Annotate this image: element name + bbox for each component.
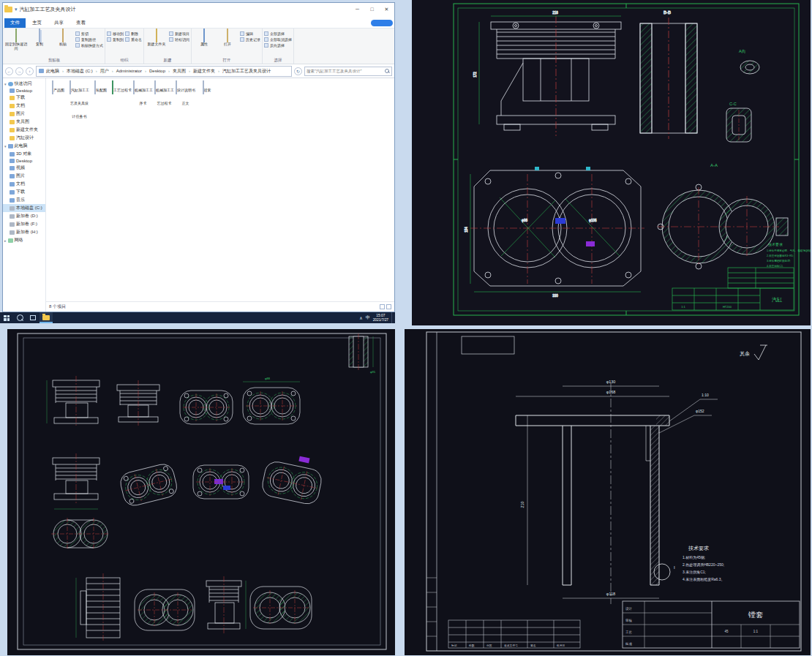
- rename-icon: [125, 37, 129, 42]
- crumb-fixture[interactable]: 夹具图: [172, 68, 187, 75]
- sidebar-item-videos[interactable]: 视频: [3, 164, 45, 172]
- back-button[interactable]: ←: [5, 67, 13, 75]
- roughness-label: 其余: [740, 351, 750, 357]
- copy-button[interactable]: 复制: [29, 29, 50, 47]
- search-button[interactable]: [13, 312, 26, 323]
- file-item[interactable]: 机械加工工艺过程卡: [154, 81, 175, 108]
- easy-access-button[interactable]: 轻松访问: [169, 37, 189, 42]
- details-view-icon[interactable]: [380, 304, 385, 309]
- new-item-button[interactable]: 新建项目: [169, 31, 189, 37]
- edit-button[interactable]: 编辑: [240, 31, 260, 37]
- crumb-users[interactable]: 用户: [99, 68, 110, 75]
- ribbon-group-new: 新建文件夹 新建项目 轻松访问 新建: [144, 29, 192, 64]
- sidebar-item-pictures[interactable]: 图片: [3, 110, 45, 118]
- paste-shortcut-button[interactable]: 粘贴快捷方式: [75, 42, 103, 48]
- chevron-right-icon: [168, 69, 170, 73]
- file-item[interactable]: 镗套: [196, 81, 217, 94]
- sidebar-item-disk-h[interactable]: 新加卷 (H:): [3, 228, 45, 236]
- new-folder-button[interactable]: 新建文件夹: [146, 29, 168, 47]
- ime-indicator[interactable]: 中: [366, 314, 370, 321]
- notes-title: 技术要求: [768, 242, 783, 247]
- dim-label: 330: [552, 294, 558, 298]
- thumbnails-view-icon[interactable]: [386, 304, 391, 309]
- sidebar-section-network[interactable]: ▸网络: [3, 236, 45, 244]
- part-name: 汽缸: [772, 297, 782, 303]
- delete-button[interactable]: 删除: [125, 31, 142, 37]
- folder-icon: [10, 128, 15, 132]
- group-caption-open: 打开: [193, 56, 260, 64]
- sidebar-item-downloads[interactable]: 下载: [3, 94, 45, 102]
- search-input[interactable]: [305, 69, 385, 73]
- sidebar-item-disk-d[interactable]: 新加卷 (D:): [3, 212, 45, 220]
- sidebar-section-quick-access[interactable]: ▾快速访问: [3, 80, 45, 88]
- select-none-button[interactable]: 全部取消选择: [264, 37, 292, 42]
- select-all-button[interactable]: 全部选择: [264, 31, 292, 37]
- tab-share[interactable]: 共享: [48, 18, 69, 28]
- sidebar-item-documents2[interactable]: 文档: [3, 180, 45, 188]
- file-item[interactable]: 设计说明书正文: [175, 81, 196, 108]
- crumb-administrator[interactable]: Administrator: [116, 69, 143, 73]
- sidebar-item-3d-objects[interactable]: 3D 对象: [3, 150, 45, 158]
- properties-button[interactable]: 属性: [193, 29, 215, 47]
- sidebar-item-pictures2[interactable]: 图片: [3, 172, 45, 180]
- sidebar-item-desktop2[interactable]: Desktop: [3, 158, 45, 164]
- file-item[interactable]: 机械加工工序卡: [132, 81, 154, 108]
- view-label-bb: B-B: [663, 10, 671, 15]
- refresh-button[interactable]: ↻: [294, 67, 302, 75]
- crumb-project[interactable]: 汽缸加工工艺及夹具设计: [222, 68, 271, 75]
- group-caption-select: 选择: [264, 56, 292, 64]
- sidebar-item-disk-c[interactable]: 本地磁盘 (C:): [3, 204, 45, 212]
- sidebar-item-newfolder[interactable]: 新建文件夹: [3, 126, 45, 134]
- open-button[interactable]: 打开: [217, 29, 238, 47]
- close-button[interactable]: ✕: [380, 4, 393, 15]
- tab-view[interactable]: 查看: [70, 18, 91, 28]
- quick-access-toolbar-icon[interactable]: ▾: [15, 7, 18, 12]
- crumb-disk-c[interactable]: 本地磁盘 (C:): [66, 68, 94, 75]
- sidebar-item-fixture[interactable]: 夹具图: [3, 118, 45, 126]
- note-line: 2.热处理调质HB220~250;: [683, 562, 724, 568]
- task-view-button[interactable]: [26, 312, 40, 323]
- copy-to-button[interactable]: 复制到: [107, 37, 124, 42]
- crumb-this-pc[interactable]: 此电脑: [45, 68, 60, 75]
- sidebar-item-project[interactable]: 汽缸设计: [3, 134, 45, 142]
- crumb-desktop[interactable]: Desktop: [149, 69, 166, 73]
- sidebar-section-this-pc[interactable]: ▾此电脑: [3, 142, 45, 150]
- paste-button[interactable]: 粘贴: [52, 29, 74, 47]
- taskbar-clock[interactable]: 15:07 2021/7/27: [373, 314, 388, 323]
- maximize-button[interactable]: □: [366, 4, 378, 15]
- sidebar-item-music[interactable]: 音乐: [3, 196, 45, 204]
- tab-file[interactable]: 文件: [4, 18, 26, 28]
- sidebar-item-downloads2[interactable]: 下载: [3, 188, 45, 196]
- copy-to-icon: [107, 37, 111, 42]
- show-desktop-button[interactable]: [391, 312, 394, 323]
- up-button[interactable]: ↑: [26, 67, 34, 75]
- sidebar-item-desktop[interactable]: Desktop: [3, 88, 45, 94]
- file-item[interactable]: 汽缸加工工艺及夹具设计任务书: [69, 81, 90, 121]
- breadcrumb[interactable]: 此电脑 本地磁盘 (C:) 用户 Administrator Desktop 夹…: [36, 66, 292, 77]
- tray-expand-icon[interactable]: ∧: [359, 315, 362, 320]
- minimize-button[interactable]: ─: [351, 4, 364, 15]
- invert-selection-button[interactable]: 反向选择: [264, 42, 292, 48]
- status-bar: 8 个项目: [46, 301, 394, 312]
- sidebar-item-disk-f[interactable]: 新加卷 (F:): [3, 220, 45, 228]
- promo-badge[interactable]: [371, 20, 393, 26]
- tab-home[interactable]: 主页: [26, 18, 48, 28]
- file-item[interactable]: 产品图: [48, 81, 69, 94]
- part-name: 镗套: [748, 611, 763, 619]
- file-item[interactable]: 装配图: [90, 81, 111, 94]
- copy-path-button[interactable]: 复制路径: [75, 37, 103, 42]
- 3d-objects-icon: [10, 152, 15, 157]
- history-button[interactable]: 历史记录: [240, 37, 260, 42]
- note-line: 4.未注倒角C1。: [767, 264, 786, 268]
- pin-to-quick-access-button[interactable]: 固定到快速访问: [5, 29, 27, 51]
- forward-button[interactable]: →: [15, 67, 23, 75]
- file-item[interactable]: 工艺过程卡: [111, 81, 132, 94]
- sidebar-item-documents[interactable]: 文档: [3, 102, 45, 110]
- file-explorer-taskbar-button[interactable]: [40, 312, 53, 323]
- rename-button[interactable]: 重命名: [125, 37, 142, 42]
- start-button[interactable]: [0, 312, 13, 323]
- crumb-new-folder[interactable]: 新建文件夹: [192, 68, 216, 75]
- documents-icon: [10, 104, 15, 108]
- cut-button[interactable]: 剪切: [75, 31, 103, 37]
- move-to-button[interactable]: 移动到: [107, 31, 124, 37]
